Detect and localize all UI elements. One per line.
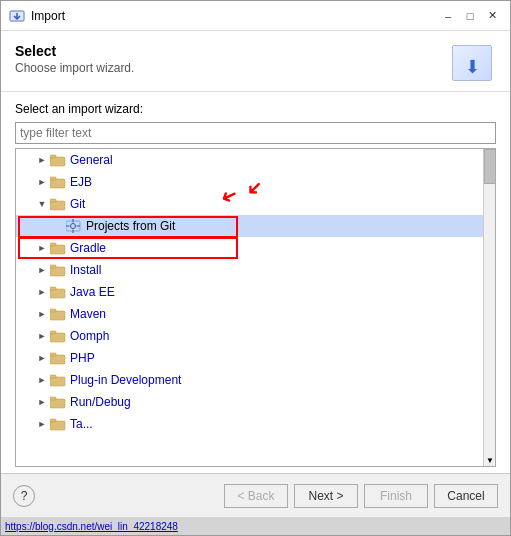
dialog-subtitle: Choose import wizard. [15,61,134,75]
svg-rect-6 [50,201,65,210]
tree-item-install[interactable]: ► Install [16,259,495,281]
back-button[interactable]: < Back [224,484,288,508]
expand-icon-general: ► [36,154,48,166]
folder-icon-oomph [50,329,66,343]
tree-item-general[interactable]: ► General [16,149,495,171]
tree-item-tasks[interactable]: ► Ta... [16,413,495,435]
folder-icon-php [50,351,66,365]
svg-rect-20 [50,311,65,320]
svg-rect-3 [50,155,56,158]
tree-item-php[interactable]: ► PHP [16,347,495,369]
close-button[interactable]: ✕ [482,6,502,26]
status-url[interactable]: https://blog.csdn.net/wei_lin_42218248 [5,521,178,532]
scrollbar-track[interactable]: ▼ [483,149,495,466]
folder-icon-run-debug [50,395,66,409]
svg-rect-28 [50,399,65,408]
expand-icon-git: ▼ [36,198,48,210]
tree-item-git[interactable]: ▼ Git [16,193,495,215]
tree-item-oomph[interactable]: ► Oomph [16,325,495,347]
item-label-java-ee: Java EE [70,285,115,299]
folder-icon-java-ee [50,285,66,299]
header-section: Select Choose import wizard. [1,31,510,92]
tree-item-projects-from-git[interactable]: Projects from Git [16,215,495,237]
svg-rect-22 [50,333,65,342]
svg-rect-29 [50,397,56,400]
svg-rect-25 [50,353,56,356]
folder-icon-git [50,197,66,211]
import-wizard-icon [448,43,496,83]
folder-icon-install [50,263,66,277]
minimize-button[interactable]: – [438,6,458,26]
expand-icon-run-debug: ► [36,396,48,408]
bottom-bar: ? < Back Next > Finish Cancel [1,473,510,517]
folder-icon-general [50,153,66,167]
next-button[interactable]: Next > [294,484,358,508]
item-label-general: General [70,153,113,167]
item-label-plugin-dev: Plug-in Development [70,373,181,387]
help-button[interactable]: ? [13,485,35,507]
svg-rect-23 [50,331,56,334]
item-label-projects-from-git: Projects from Git [86,219,175,233]
status-bar: https://blog.csdn.net/wei_lin_42218248 [1,517,510,535]
item-label-run-debug: Run/Debug [70,395,131,409]
svg-rect-26 [50,377,65,386]
item-label-maven: Maven [70,307,106,321]
folder-icon-maven [50,307,66,321]
special-icon-projects [66,219,82,233]
expand-icon-maven: ► [36,308,48,320]
tree-item-run-debug[interactable]: ► Run/Debug [16,391,495,413]
item-label-git: Git [70,197,85,211]
item-label-ejb: EJB [70,175,92,189]
expand-icon-install: ► [36,264,48,276]
expand-icon-oomph: ► [36,330,48,342]
window-controls: – □ ✕ [438,6,502,26]
tree-item-java-ee[interactable]: ► Java EE [16,281,495,303]
section-label: Select an import wizard: [15,102,496,116]
bottom-left: ? [13,485,35,507]
item-label-tasks: Ta... [70,417,93,431]
folder-icon-ejb [50,175,66,189]
title-bar-icon [9,8,25,24]
svg-rect-15 [50,243,56,246]
expand-icon-projects [52,220,64,232]
finish-button[interactable]: Finish [364,484,428,508]
svg-rect-30 [50,421,65,430]
item-label-php: PHP [70,351,95,365]
bottom-right: < Back Next > Finish Cancel [224,484,498,508]
scrollbar-down-arrow[interactable]: ▼ [484,454,496,466]
svg-rect-7 [50,199,56,202]
item-label-oomph: Oomph [70,329,109,343]
expand-icon-tasks: ► [36,418,48,430]
import-image [452,45,492,81]
svg-rect-16 [50,267,65,276]
expand-icon-ejb: ► [36,176,48,188]
dialog-title: Select [15,43,134,59]
expand-icon-plugin-dev: ► [36,374,48,386]
header-text: Select Choose import wizard. [15,43,134,75]
folder-icon-tasks [50,417,66,431]
tree-item-plugin-dev[interactable]: ► Plug-in Development [16,369,495,391]
svg-rect-18 [50,289,65,298]
svg-rect-4 [50,179,65,188]
tree-item-maven[interactable]: ► Maven [16,303,495,325]
title-bar: Import – □ ✕ [1,1,510,31]
folder-icon-gradle [50,241,66,255]
svg-rect-2 [50,157,65,166]
scrollbar-thumb[interactable] [484,149,496,184]
svg-rect-19 [50,287,56,290]
tree-container[interactable]: ► General ► EJB [15,148,496,467]
expand-icon-gradle: ► [36,242,48,254]
svg-rect-24 [50,355,65,364]
main-section: Select an import wizard: ► General ► [1,92,510,473]
svg-rect-31 [50,419,56,422]
folder-icon-plugin-dev [50,373,66,387]
tree-item-ejb[interactable]: ► EJB [16,171,495,193]
item-label-install: Install [70,263,101,277]
svg-rect-27 [50,375,56,378]
cancel-button[interactable]: Cancel [434,484,498,508]
svg-rect-21 [50,309,56,312]
expand-icon-php: ► [36,352,48,364]
maximize-button[interactable]: □ [460,6,480,26]
tree-item-gradle[interactable]: ► Gradle [16,237,495,259]
filter-input[interactable] [15,122,496,144]
